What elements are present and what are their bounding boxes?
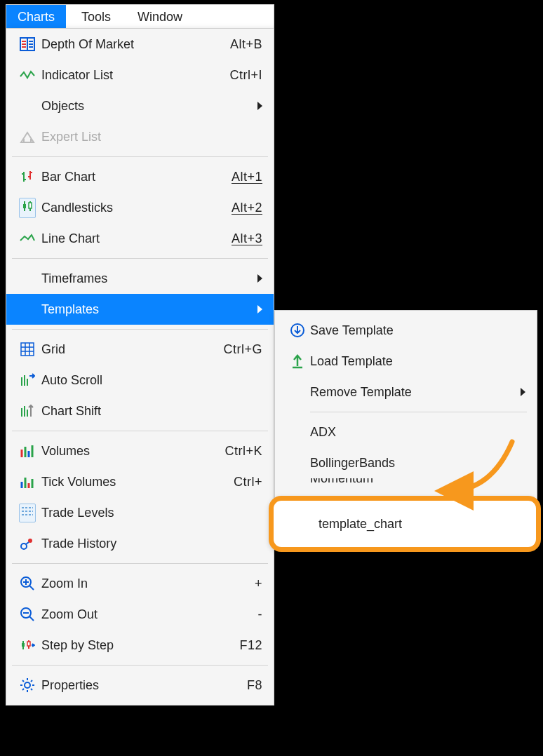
menu-depth-of-market[interactable]: Depth Of Market Alt+B: [6, 29, 274, 60]
menu-timeframes[interactable]: Timeframes: [6, 263, 274, 294]
menu-properties[interactable]: Properties F8: [6, 670, 274, 701]
menu-candlesticks-label: Candlesticks: [41, 201, 232, 215]
menu-bar-chart-shortcut: Alt+1: [232, 170, 262, 184]
menu-candlesticks[interactable]: Candlesticks Alt+2: [6, 192, 274, 223]
menu-chart-shift[interactable]: Chart Shift: [6, 396, 274, 426]
zoom-out-icon: [13, 607, 41, 622]
menu-line-chart-shortcut: Alt+3: [232, 231, 262, 246]
menu-zoom-in-shortcut: +: [255, 576, 262, 591]
svg-line-57: [31, 680, 32, 682]
menu-step-by-step[interactable]: Step by Step F12: [6, 630, 274, 661]
submenu-remove-template[interactable]: Remove Template: [275, 377, 537, 407]
menu-objects-label: Objects: [41, 99, 257, 114]
separator: [310, 412, 527, 412]
submenu-adx[interactable]: ADX: [275, 417, 537, 447]
menu-templates-label: Templates: [41, 302, 257, 317]
submenu-bollinger-label: BollingerBands: [310, 456, 525, 471]
submenu-remove-template-label: Remove Template: [310, 385, 521, 400]
menu-templates[interactable]: Templates: [6, 294, 274, 325]
menu-trade-levels[interactable]: Trade Levels: [6, 497, 274, 528]
templates-submenu: Save Template Load Template Remove Templ…: [274, 310, 537, 500]
menu-zoom-out-label: Zoom Out: [41, 607, 258, 622]
trade-history-icon: [13, 536, 41, 551]
line-chart-icon: [13, 234, 41, 243]
menu-indicator-list[interactable]: Indicator List Ctrl+I: [6, 60, 274, 90]
save-icon: [285, 323, 310, 338]
svg-rect-49: [27, 642, 30, 646]
menu-auto-scroll[interactable]: Auto Scroll: [6, 365, 274, 396]
gear-icon: [13, 677, 41, 693]
template-chart-callout[interactable]: template_chart: [269, 496, 541, 552]
svg-rect-47: [22, 643, 25, 647]
menu-line-chart-label: Line Chart: [41, 231, 232, 246]
svg-line-55: [22, 680, 24, 682]
menu-zoom-in[interactable]: Zoom In +: [6, 568, 274, 599]
separator: [12, 665, 268, 666]
svg-point-50: [25, 682, 30, 688]
menu-tick-volumes-label: Tick Volumes: [41, 475, 234, 490]
menu-zoom-out-shortcut: -: [258, 607, 263, 622]
menubar-tools-label: Tools: [81, 10, 111, 25]
menu-bar-chart[interactable]: Bar Chart Alt+1: [6, 161, 274, 192]
menu-volumes[interactable]: Volumes Ctrl+K: [6, 436, 274, 466]
menu-grid-shortcut: Ctrl+G: [223, 342, 262, 357]
menu-tick-volumes-shortcut: Ctrl+: [234, 475, 262, 490]
menu-candlesticks-shortcut: Alt+2: [232, 201, 262, 215]
menubar-window-label: Window: [138, 10, 182, 25]
depth-of-market-icon: [13, 37, 41, 51]
menu-indicator-list-label: Indicator List: [41, 68, 229, 83]
menu-indicator-list-shortcut: Ctrl+I: [229, 68, 262, 83]
menu-volumes-shortcut: Ctrl+K: [224, 444, 262, 459]
menu-grid-label: Grid: [41, 342, 223, 357]
tick-volumes-icon: [13, 475, 41, 489]
separator: [12, 156, 268, 157]
menu-step-by-step-shortcut: F12: [239, 638, 262, 653]
menu-trade-history-label: Trade History: [41, 536, 262, 551]
separator: [12, 258, 268, 259]
submenu-save-template[interactable]: Save Template: [275, 315, 537, 346]
separator: [12, 431, 268, 431]
submenu-adx-label: ADX: [310, 425, 525, 440]
submenu-momentum[interactable]: Momentum: [275, 478, 537, 492]
menu-tick-volumes[interactable]: Tick Volumes Ctrl+: [6, 466, 274, 497]
submenu-load-template-label: Load Template: [310, 354, 525, 369]
expert-list-icon: [13, 130, 41, 143]
indicator-list-icon: [13, 69, 41, 81]
template-chart-label: template_chart: [319, 517, 402, 532]
grid-icon: [13, 342, 41, 356]
menubar-charts-label: Charts: [18, 10, 55, 25]
menu-line-chart[interactable]: Line Chart Alt+3: [6, 223, 274, 254]
menu-chart-shift-label: Chart Shift: [41, 404, 262, 419]
submenu-arrow-icon: [257, 305, 262, 313]
menu-trade-levels-label: Trade Levels: [41, 506, 262, 520]
svg-line-58: [22, 689, 24, 690]
menubar-window[interactable]: Window: [126, 5, 194, 29]
svg-rect-15: [23, 204, 26, 208]
menu-depth-of-market-label: Depth Of Market: [41, 37, 230, 52]
submenu-load-template[interactable]: Load Template: [275, 346, 537, 377]
step-by-step-icon: [13, 638, 41, 652]
load-icon: [285, 353, 310, 369]
submenu-arrow-icon: [521, 388, 525, 396]
menubar-tools[interactable]: Tools: [70, 5, 122, 29]
menubar-charts[interactable]: Charts: [6, 5, 66, 29]
menu-trade-history[interactable]: Trade History: [6, 528, 274, 559]
menu-timeframes-label: Timeframes: [41, 271, 257, 286]
submenu-arrow-icon: [257, 102, 262, 110]
menu-properties-label: Properties: [41, 678, 247, 693]
submenu-bollinger[interactable]: BollingerBands: [275, 447, 537, 478]
svg-line-40: [29, 586, 34, 590]
auto-scroll-icon: [13, 373, 41, 387]
svg-line-44: [29, 616, 34, 621]
charts-menu: Depth Of Market Alt+B Indicator List Ctr…: [6, 28, 274, 706]
bar-chart-icon: [13, 170, 41, 184]
menu-objects[interactable]: Objects: [6, 90, 274, 121]
submenu-arrow-icon: [257, 274, 262, 283]
svg-point-36: [21, 544, 27, 549]
menu-grid[interactable]: Grid Ctrl+G: [6, 334, 274, 365]
menubar: Charts Tools Window: [6, 4, 274, 29]
zoom-in-icon: [13, 576, 41, 591]
menu-expert-list-label: Expert List: [41, 130, 262, 144]
menu-zoom-out[interactable]: Zoom Out -: [6, 599, 274, 630]
menu-depth-of-market-shortcut: Alt+B: [230, 37, 262, 52]
